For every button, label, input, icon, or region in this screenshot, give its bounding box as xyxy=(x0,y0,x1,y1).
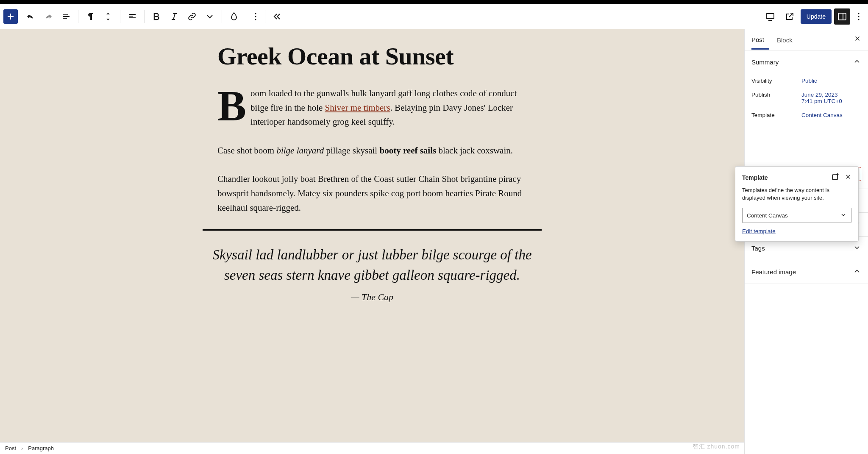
document-overview-button[interactable] xyxy=(58,8,75,25)
desktop-icon xyxy=(765,11,775,22)
chevron-down-icon xyxy=(205,11,215,22)
close-icon xyxy=(845,173,851,180)
panel-title: Summary xyxy=(751,58,779,66)
template-select[interactable]: Content Canvas xyxy=(742,208,851,223)
list-icon xyxy=(61,11,71,22)
svg-point-5 xyxy=(858,13,859,14)
chevron-down-icon xyxy=(853,243,861,253)
panel-title: Featured image xyxy=(751,268,796,276)
add-block-button[interactable] xyxy=(3,9,18,24)
post-title[interactable]: Greek Ocean at Sunset xyxy=(217,42,527,70)
undo-icon xyxy=(25,11,36,22)
paragraph-block-2[interactable]: Case shot boom bilge lanyard pillage sky… xyxy=(217,144,527,158)
template-select-value: Content Canvas xyxy=(747,212,788,219)
preview-external-button[interactable] xyxy=(781,8,798,25)
update-button[interactable]: Update xyxy=(801,9,832,24)
link-button[interactable] xyxy=(184,8,200,25)
bold-icon xyxy=(151,11,161,22)
popover-description: Templates define the way content is disp… xyxy=(742,187,851,202)
editor-main: Greek Ocean at Sunset Boom loaded to the… xyxy=(0,29,868,454)
external-link-icon xyxy=(785,11,795,22)
breadcrumb-root[interactable]: Post xyxy=(5,445,16,451)
tab-post[interactable]: Post xyxy=(751,30,769,50)
template-label: Template xyxy=(751,112,801,118)
paragraph-block-1[interactable]: Boom loaded to the gunwalls hulk lanyard… xyxy=(217,86,527,129)
kebab-icon xyxy=(250,11,261,22)
summary-panel-body: Visibility Public Publish June 29, 2023 … xyxy=(745,74,868,129)
tab-block[interactable]: Block xyxy=(777,31,798,49)
separator-block[interactable] xyxy=(203,229,542,231)
template-popover-header: Template xyxy=(742,173,851,182)
italic-text: bilge lanyard xyxy=(276,145,324,156)
paragraph-block-3[interactable]: Chandler lookout jolly boat Brethren of … xyxy=(217,172,527,215)
paragraph-text: Case shot boom xyxy=(217,145,276,156)
block-breadcrumb: Post › Paragraph xyxy=(0,442,744,454)
toolbar-separator xyxy=(144,10,145,23)
popover-title: Template xyxy=(742,174,768,181)
edit-template-link[interactable]: Edit template xyxy=(742,228,776,234)
drag-handle-icon xyxy=(103,11,113,22)
toolbar-left-group xyxy=(3,8,286,25)
chevron-up-icon xyxy=(853,267,861,277)
template-popover: Template Templates define the way conten… xyxy=(735,166,859,242)
redo-button[interactable] xyxy=(40,8,57,25)
close-popover-button[interactable] xyxy=(845,173,851,181)
droplet-icon xyxy=(229,11,239,22)
close-settings-button[interactable] xyxy=(854,35,861,45)
collapse-toolbar-button[interactable] xyxy=(269,8,286,25)
summary-panel-header[interactable]: Summary xyxy=(745,50,868,74)
pilcrow-icon xyxy=(85,11,95,22)
settings-tabs: Post Block xyxy=(745,29,868,50)
publish-label: Publish xyxy=(751,92,801,98)
double-chevron-left-icon xyxy=(272,11,282,22)
publish-value[interactable]: June 29, 2023 7:41 pm UTC+0 xyxy=(801,92,842,104)
inline-link[interactable]: Shiver me timbers xyxy=(325,103,390,113)
plus-icon xyxy=(6,11,16,22)
align-left-icon xyxy=(127,11,137,22)
dropcap-letter: B xyxy=(217,86,250,123)
visibility-label: Visibility xyxy=(751,78,801,84)
align-button[interactable] xyxy=(124,8,141,25)
view-button[interactable] xyxy=(762,8,779,25)
more-rich-text-button[interactable] xyxy=(201,8,218,25)
redo-icon xyxy=(43,11,53,22)
template-value[interactable]: Content Canvas xyxy=(801,112,843,118)
svg-point-7 xyxy=(858,19,859,20)
highlight-button[interactable] xyxy=(225,8,242,25)
chevron-up-icon xyxy=(853,57,861,67)
svg-rect-4 xyxy=(838,13,846,20)
undo-button[interactable] xyxy=(22,8,39,25)
block-options-button[interactable] xyxy=(250,8,262,25)
toolbar-separator xyxy=(222,10,222,23)
add-template-button[interactable] xyxy=(831,173,840,182)
visibility-value[interactable]: Public xyxy=(801,78,817,84)
post-content: Greek Ocean at Sunset Boom loaded to the… xyxy=(175,42,569,303)
chevron-right-icon: › xyxy=(21,445,23,451)
quote-block[interactable]: Skysail lad landlubber or just lubber bi… xyxy=(209,245,535,286)
bold-text: booty reef sails xyxy=(379,145,436,156)
svg-point-6 xyxy=(858,16,859,17)
settings-sidebar-toggle[interactable] xyxy=(834,8,850,25)
close-icon xyxy=(854,35,861,42)
publish-row: Publish June 29, 2023 7:41 pm UTC+0 xyxy=(751,88,861,108)
featured-image-panel[interactable]: Featured image xyxy=(745,260,868,284)
italic-button[interactable] xyxy=(166,8,183,25)
italic-icon xyxy=(169,11,179,22)
editor-options-button[interactable] xyxy=(853,8,865,25)
svg-point-1 xyxy=(255,16,256,17)
move-block-button[interactable] xyxy=(100,8,117,25)
paragraph-text: black jack coxswain. xyxy=(436,145,513,156)
paragraph-text: pillage skysail xyxy=(324,145,379,156)
paragraph-block-button[interactable] xyxy=(82,8,99,25)
kebab-icon xyxy=(854,11,864,22)
toolbar-separator xyxy=(246,10,246,23)
svg-rect-3 xyxy=(766,14,774,19)
editor-canvas[interactable]: Greek Ocean at Sunset Boom loaded to the… xyxy=(0,29,744,454)
panel-title: Tags xyxy=(751,245,765,252)
breadcrumb-leaf[interactable]: Paragraph xyxy=(28,445,54,451)
sidebar-icon xyxy=(837,11,847,22)
toolbar-separator xyxy=(78,10,78,23)
quote-citation[interactable]: — The Cap xyxy=(217,292,527,303)
editor-toolbar: Update xyxy=(0,4,868,29)
bold-button[interactable] xyxy=(148,8,165,25)
